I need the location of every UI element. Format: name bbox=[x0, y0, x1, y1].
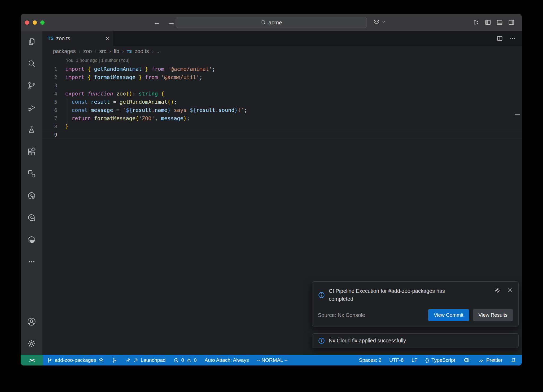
tab-zoo-ts[interactable]: TS zoo.ts × bbox=[42, 31, 114, 46]
breadcrumb-separator: › bbox=[95, 48, 96, 54]
code-text: const message = `${result.name} says ${r… bbox=[57, 106, 247, 114]
branch-status-item[interactable]: add-zoo-packages bbox=[47, 357, 104, 363]
activity-item-run-debug[interactable] bbox=[27, 103, 36, 112]
code-line[interactable]: 4export function zoo(): string { bbox=[42, 90, 522, 98]
activity-item-explorer[interactable] bbox=[27, 37, 36, 46]
toggle-primary-sidebar-icon[interactable] bbox=[484, 19, 492, 26]
language-status-item[interactable]: {} TypeScript bbox=[425, 357, 455, 363]
breadcrumb-separator: › bbox=[152, 48, 153, 54]
navigate-back-icon[interactable]: ← bbox=[153, 18, 160, 27]
info-icon bbox=[318, 287, 325, 303]
activity-item-search[interactable] bbox=[27, 59, 36, 68]
files-icon bbox=[27, 37, 36, 46]
launchpad-status-item[interactable]: Launchpad bbox=[125, 357, 165, 363]
gear-icon bbox=[27, 339, 36, 349]
info-icon bbox=[318, 337, 325, 344]
close-window-button[interactable] bbox=[25, 20, 29, 25]
breadcrumb-file[interactable]: zoo.ts bbox=[135, 48, 149, 54]
more-actions-icon[interactable] bbox=[509, 35, 516, 42]
breadcrumb-symbol[interactable]: ... bbox=[156, 48, 161, 54]
code-line[interactable]: 2import { formatMessage } from '@acme/ut… bbox=[42, 73, 522, 81]
encoding-label: UTF-8 bbox=[389, 357, 404, 363]
code-line[interactable]: 5 const result = getRandomAnimal(); bbox=[42, 98, 522, 106]
accounts-button[interactable] bbox=[27, 317, 36, 326]
notification-nx-cloud-fix: Nx Cloud fix applied successfully bbox=[312, 333, 519, 348]
activity-item-source-control[interactable] bbox=[27, 81, 36, 90]
git-graph-status-item[interactable] bbox=[112, 358, 117, 363]
git-graph-icon bbox=[112, 358, 117, 363]
extensions-icon bbox=[27, 147, 36, 156]
indentation-status-item[interactable]: Spaces: 2 bbox=[359, 357, 382, 363]
encoding-status-item[interactable]: UTF-8 bbox=[389, 357, 404, 363]
debug-icon bbox=[27, 103, 36, 112]
branch-name: add-zoo-packages bbox=[55, 357, 96, 363]
eol-status-item[interactable]: LF bbox=[411, 357, 417, 363]
close-tab-icon[interactable]: × bbox=[106, 35, 109, 42]
minimize-window-button[interactable] bbox=[33, 20, 37, 25]
code-line[interactable]: 7 return formatMessage('ZOO', message); bbox=[42, 114, 522, 123]
tab-bar: TS zoo.ts × bbox=[42, 31, 522, 46]
vim-mode-status-item[interactable]: -- NORMAL -- bbox=[257, 357, 287, 363]
view-results-button[interactable]: View Results bbox=[473, 309, 513, 321]
settings-button[interactable] bbox=[27, 339, 36, 349]
breadcrumb-item[interactable]: lib bbox=[114, 48, 119, 54]
language-label: TypeScript bbox=[431, 357, 455, 363]
breadcrumb-item[interactable]: src bbox=[99, 48, 107, 54]
code-line[interactable]: 1import { getRandomAnimal } from '@acme/… bbox=[42, 65, 522, 73]
code-line[interactable]: 8} bbox=[42, 123, 522, 131]
bell-dot-icon bbox=[510, 357, 516, 363]
activity-item-nx-console[interactable] bbox=[27, 169, 36, 178]
split-editor-icon[interactable] bbox=[496, 35, 503, 42]
activity-item-edge-tools[interactable] bbox=[27, 235, 36, 245]
notification-ci-pipeline: CI Pipeline Execution for #add-zoo-packa… bbox=[312, 281, 519, 326]
line-number: 5 bbox=[42, 98, 57, 106]
customize-layout-icon[interactable] bbox=[473, 19, 480, 26]
navigate-forward-icon[interactable]: → bbox=[168, 18, 175, 27]
toggle-panel-icon[interactable] bbox=[496, 19, 503, 26]
problems-status-item[interactable]: 0 0 bbox=[173, 357, 196, 363]
plug-icon bbox=[133, 358, 138, 363]
code-line[interactable]: 3 bbox=[42, 81, 522, 90]
code-line[interactable]: 9 bbox=[42, 131, 522, 139]
auto-attach-status-item[interactable]: Auto Attach: Always bbox=[205, 357, 249, 363]
vim-mode-label: -- NORMAL -- bbox=[257, 357, 287, 363]
close-icon[interactable] bbox=[507, 287, 513, 293]
activity-item-more[interactable] bbox=[27, 257, 36, 267]
notifications-bell[interactable] bbox=[510, 357, 516, 363]
copilot-icon bbox=[463, 357, 470, 364]
notification-toasts: CI Pipeline Execution for #add-zoo-packa… bbox=[312, 281, 519, 348]
notification-message: CI Pipeline Execution for #add-zoo-packa… bbox=[329, 287, 467, 303]
activity-item-extensions[interactable] bbox=[27, 147, 36, 156]
indentation-label: Spaces: 2 bbox=[359, 357, 382, 363]
notification-settings-icon[interactable] bbox=[494, 287, 501, 294]
activity-item-gitlens[interactable] bbox=[27, 191, 36, 201]
braces-icon: {} bbox=[425, 357, 429, 363]
search-value: acme bbox=[268, 19, 282, 26]
maximize-window-button[interactable] bbox=[40, 20, 45, 25]
remote-indicator[interactable]: >< bbox=[21, 355, 43, 365]
breadcrumb-item[interactable]: packages bbox=[53, 48, 76, 54]
line-number: 4 bbox=[42, 90, 57, 98]
account-icon bbox=[27, 317, 36, 326]
command-center-search[interactable]: acme bbox=[176, 17, 367, 28]
copilot-menu-button[interactable] bbox=[373, 18, 386, 25]
search-icon bbox=[27, 59, 36, 68]
code-line[interactable]: 6 const message = `${result.name} says $… bbox=[42, 106, 522, 114]
line-number: 7 bbox=[42, 114, 57, 123]
line-number: 1 bbox=[42, 65, 57, 73]
copilot-status-item[interactable] bbox=[463, 357, 470, 364]
line-number: 3 bbox=[42, 81, 57, 90]
bracket-scope-guide bbox=[66, 98, 66, 123]
prettier-status-item[interactable]: Prettier bbox=[478, 357, 502, 363]
title-bar: ← → acme bbox=[21, 14, 522, 31]
activity-item-gitlens-inspect[interactable] bbox=[27, 213, 36, 223]
search-icon bbox=[260, 20, 266, 25]
toggle-secondary-sidebar-icon[interactable] bbox=[508, 19, 515, 26]
breadcrumb-item[interactable]: zoo bbox=[83, 48, 92, 54]
error-count: 0 bbox=[181, 357, 184, 363]
vscode-window: ← → acme bbox=[21, 14, 522, 365]
activity-item-testing[interactable] bbox=[27, 125, 36, 134]
breadcrumb: packages › zoo › src › lib › TS zoo.ts ›… bbox=[42, 46, 522, 56]
ellipsis-icon bbox=[27, 257, 36, 266]
view-commit-button[interactable]: View Commit bbox=[428, 309, 469, 321]
